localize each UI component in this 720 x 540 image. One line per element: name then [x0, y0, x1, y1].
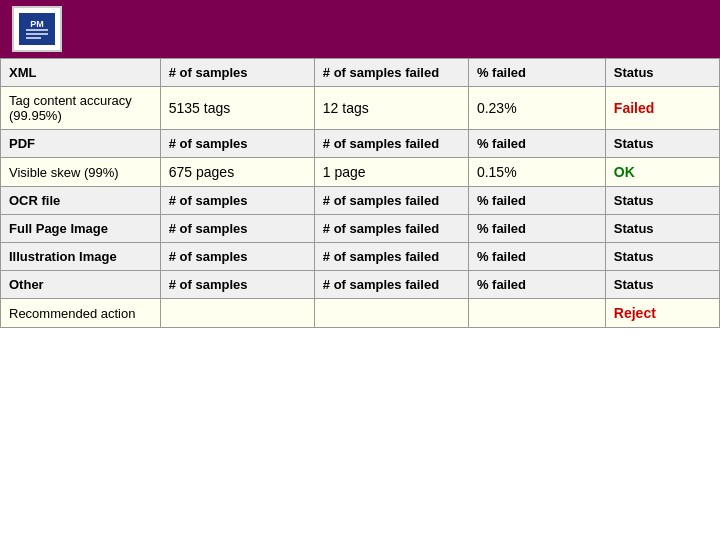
row-status: OK [605, 158, 719, 187]
row-samples: 675 pages [160, 158, 314, 187]
row-samples: # of samples [160, 215, 314, 243]
row-status: Status [605, 59, 719, 87]
row-pct-failed [468, 299, 605, 328]
row-pct-failed: 0.23% [468, 87, 605, 130]
row-name: Full Page Image [1, 215, 161, 243]
row-failed: 1 page [314, 158, 468, 187]
row-status: Reject [605, 299, 719, 328]
row-pct-failed: 0.15% [468, 158, 605, 187]
row-name: OCR file [1, 187, 161, 215]
table-row: Tag content accuracy (99.95%)5135 tags12… [1, 87, 720, 130]
svg-rect-3 [26, 33, 48, 35]
row-failed: # of samples failed [314, 187, 468, 215]
row-pct-failed: % failed [468, 215, 605, 243]
row-samples: # of samples [160, 243, 314, 271]
header: PM [0, 0, 720, 58]
row-samples: # of samples [160, 59, 314, 87]
row-name: Tag content accuracy (99.95%) [1, 87, 161, 130]
row-failed: # of samples failed [314, 215, 468, 243]
row-status: Status [605, 243, 719, 271]
row-pct-failed: % failed [468, 243, 605, 271]
row-pct-failed: % failed [468, 187, 605, 215]
row-failed: # of samples failed [314, 271, 468, 299]
row-samples: # of samples [160, 187, 314, 215]
row-status: Failed [605, 87, 719, 130]
row-failed: 12 tags [314, 87, 468, 130]
row-failed: # of samples failed [314, 243, 468, 271]
row-samples [160, 299, 314, 328]
table-row: Recommended actionReject [1, 299, 720, 328]
row-status: Status [605, 130, 719, 158]
table-row: Other# of samples# of samples failed% fa… [1, 271, 720, 299]
row-name: Illustration Image [1, 243, 161, 271]
svg-text:PM: PM [30, 19, 44, 29]
table-row: XML# of samples# of samples failed% fail… [1, 59, 720, 87]
row-status: Status [605, 271, 719, 299]
row-name: Other [1, 271, 161, 299]
logo-inner: PM [19, 13, 55, 45]
row-name: PDF [1, 130, 161, 158]
row-pct-failed: % failed [468, 130, 605, 158]
row-failed: # of samples failed [314, 130, 468, 158]
row-samples: # of samples [160, 130, 314, 158]
row-name: Visible skew (99%) [1, 158, 161, 187]
table-row: Illustration Image# of samples# of sampl… [1, 243, 720, 271]
table-row: OCR file# of samples# of samples failed%… [1, 187, 720, 215]
row-samples: 5135 tags [160, 87, 314, 130]
logo: PM [12, 6, 62, 52]
table-row: Visible skew (99%)675 pages1 page0.15%OK [1, 158, 720, 187]
svg-rect-4 [26, 37, 41, 39]
row-failed [314, 299, 468, 328]
row-status: Status [605, 187, 719, 215]
row-pct-failed: % failed [468, 271, 605, 299]
row-pct-failed: % failed [468, 59, 605, 87]
row-name: XML [1, 59, 161, 87]
table-row: Full Page Image# of samples# of samples … [1, 215, 720, 243]
row-name: Recommended action [1, 299, 161, 328]
row-status: Status [605, 215, 719, 243]
svg-rect-2 [26, 29, 48, 31]
table-row: PDF# of samples# of samples failed% fail… [1, 130, 720, 158]
row-samples: # of samples [160, 271, 314, 299]
row-failed: # of samples failed [314, 59, 468, 87]
